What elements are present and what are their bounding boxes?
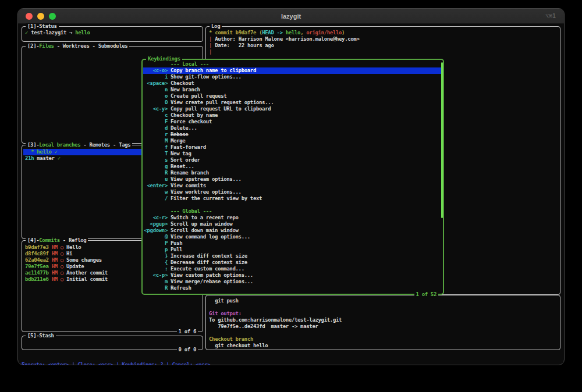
keybinding-key: r <box>143 131 168 138</box>
keybinding-key: F <box>143 119 168 125</box>
keybindings-list: --- Local ---<c-o>Copy branch name to cl… <box>143 61 442 293</box>
keybinding-key: T <box>143 151 168 157</box>
command-log-line: git push <box>207 298 559 304</box>
keybinding-row[interactable]: nNew branch <box>143 87 442 93</box>
keybinding-key: <pgup> <box>143 221 168 227</box>
log-line: | Date: 22 hours ago <box>207 42 559 49</box>
keybinding-row[interactable]: oCreate pull request <box>143 93 442 99</box>
keybinding-row[interactable]: OView create pull request options... <box>143 99 442 106</box>
keybinding-row[interactable]: gReset... <box>143 163 442 170</box>
keybinding-row[interactable]: @View command log options... <box>143 234 442 240</box>
keybinding-row[interactable]: sSort order <box>143 157 442 163</box>
keybinding-row[interactable]: MMerge <box>143 138 442 144</box>
keybinding-row[interactable]: <c-r>Switch to a recent repo <box>143 215 442 221</box>
keybinding-description: Refresh <box>171 285 191 291</box>
keybinding-key: i <box>143 74 168 80</box>
command-log-panel[interactable]: git pushGit output:To github.com:harriso… <box>205 295 560 350</box>
keybinding-description: View merge/rebase options... <box>171 279 253 285</box>
keybinding-row[interactable]: <pgup>Scroll up main window <box>143 221 442 227</box>
command-log-line: git checkout hello <box>207 343 559 348</box>
keybinding-description: Scroll down main window <box>171 227 239 234</box>
keybinding-description: View worktree options... <box>171 189 242 195</box>
keybinding-description: Show git-flow options... <box>171 74 242 80</box>
keybinding-key: p <box>143 247 168 253</box>
keybinding-row[interactable]: iShow git-flow options... <box>143 74 442 80</box>
keybinding-row[interactable]: dDelete... <box>143 125 442 131</box>
close-button[interactable] <box>26 13 33 20</box>
status-panel-title: [1]-Status <box>26 23 59 30</box>
keybinding-key: <c-p> <box>143 272 168 279</box>
keybinding-description: View upstream options... <box>171 176 242 183</box>
keybinding-row[interactable]: cCheckout by name <box>143 112 442 119</box>
keybinding-key: / <box>143 195 168 202</box>
keybinding-key: { <box>143 259 168 266</box>
keybinding-key: u <box>143 176 168 183</box>
command-log-line: 79e7f5e..de243fd master -> master <box>207 323 559 330</box>
log-panel-title: Log <box>210 23 222 30</box>
status-line: ✓ test-lazygit → hello <box>23 30 201 36</box>
keybinding-description: Switch to a recent repo <box>171 215 239 221</box>
keybinding-row[interactable]: /Filter the current view by text <box>143 195 442 202</box>
keybinding-description: Filter the current view by text <box>171 195 262 202</box>
keybinding-section-header: --- Local --- <box>143 61 442 67</box>
stash-panel-title: [5]-Stash <box>26 333 56 339</box>
keybinding-row[interactable]: pPull <box>143 247 442 253</box>
keybinding-section-header: --- Global --- <box>143 208 442 215</box>
keybinding-row[interactable]: FForce checkout <box>143 119 442 125</box>
keybinding-key: c <box>143 112 168 119</box>
keybinding-key: <c-y> <box>143 106 168 112</box>
status-bar-hints: Execute: <enter> | Close: <esc> | Keybin… <box>22 361 210 365</box>
command-log-line <box>207 304 559 311</box>
keybinding-row[interactable]: <pgdown>Scroll down main window <box>143 227 442 234</box>
status-bar: Execute: <enter> | Close: <esc> | Keybin… <box>22 354 560 361</box>
keybinding-row[interactable]: {Decrease diff context size <box>143 259 442 266</box>
keybinding-description: New branch <box>171 87 200 93</box>
keybinding-row[interactable]: rRebase <box>143 131 442 138</box>
keybinding-description: Decrease diff context size <box>171 259 247 266</box>
keybinding-description: Delete... <box>171 125 197 131</box>
keybinding-row[interactable]: :Execute custom command... <box>143 266 442 272</box>
keybinding-description: Force checkout <box>171 119 212 125</box>
commits-panel-title: [4]-Commits - Reflog <box>26 237 88 244</box>
keybinding-row[interactable]: mView merge/rebase options... <box>143 279 442 285</box>
keybinding-row[interactable]: <space>Checkout <box>143 80 442 87</box>
keybinding-description: Execute custom command... <box>171 266 244 272</box>
minimize-button[interactable] <box>37 13 44 20</box>
keybinding-description: Rename branch <box>171 170 209 176</box>
keybinding-row[interactable]: <enter>View commits <box>143 183 442 189</box>
keybinding-row[interactable]: <c-o>Copy branch name to clipboard <box>143 67 442 74</box>
keybinding-key: R <box>143 285 168 291</box>
keybinding-description: Create pull request <box>171 93 226 99</box>
keybinding-description: New tag <box>171 151 191 157</box>
files-panel-title: [2]-Files - Worktrees - Submodules <box>26 43 129 49</box>
terminal-area: [1]-Status ✓ test-lazygit → hello [2]-Fi… <box>18 24 564 365</box>
keybinding-row[interactable]: PPush <box>143 240 442 247</box>
keybinding-key: f <box>143 144 168 151</box>
keybinding-row[interactable]: <c-p>View custom patch options... <box>143 272 442 279</box>
keybinding-row[interactable]: wView worktree options... <box>143 189 442 195</box>
keybinding-row[interactable]: TNew tag <box>143 151 442 157</box>
stash-panel[interactable]: [5]-Stash 0 of 0 <box>22 336 203 350</box>
keybinding-key: } <box>143 253 168 259</box>
keybinding-row[interactable]: <c-y>Copy pull request URL to clipboard <box>143 106 442 112</box>
log-line: | Author: Harrison Malone <harrison.malo… <box>207 36 559 42</box>
keybinding-row[interactable]: }Increase diff context size <box>143 253 442 259</box>
keybinding-key: s <box>143 157 168 163</box>
keybinding-description: Merge <box>171 138 185 144</box>
log-line: * commit b9daf7e (HEAD -> hello, origin/… <box>207 30 559 36</box>
zoom-button[interactable] <box>49 13 56 20</box>
status-panel[interactable]: [1]-Status ✓ test-lazygit → hello <box>22 26 203 42</box>
keybinding-description: Scroll up main window <box>171 221 232 227</box>
keybinding-key: n <box>143 87 168 93</box>
keybinding-row[interactable]: uView upstream options... <box>143 176 442 183</box>
keybinding-description: Pull <box>171 247 182 253</box>
keybinding-description: Increase diff context size <box>171 253 247 259</box>
keybinding-row[interactable]: RRename branch <box>143 170 442 176</box>
keybinding-description: View command log options... <box>171 234 250 240</box>
keybinding-row[interactable]: RRefresh <box>143 285 442 291</box>
scrollbar-thumb[interactable] <box>441 62 443 218</box>
command-log-line <box>207 330 559 336</box>
keybinding-description: Push <box>171 240 182 247</box>
keybinding-row[interactable]: fFast-forward <box>143 144 442 151</box>
keybinding-description: Copy pull request URL to clipboard <box>171 106 271 112</box>
